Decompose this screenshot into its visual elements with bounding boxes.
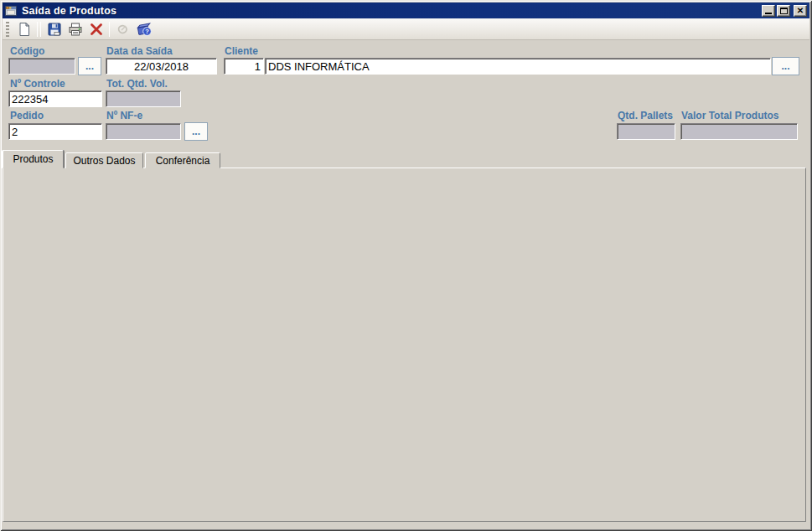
save-icon xyxy=(47,22,62,37)
help-icon: ? xyxy=(137,22,152,37)
n-controle-label: Nº Controle xyxy=(10,78,65,90)
attach-button-disabled xyxy=(113,20,132,39)
n-controle-input[interactable]: 222354 xyxy=(8,90,102,107)
delete-icon xyxy=(89,22,104,37)
new-document-icon xyxy=(17,22,32,37)
tab-outros-dados[interactable]: Outros Dados xyxy=(65,152,143,168)
toolbar-separator xyxy=(37,22,38,37)
help-button[interactable]: ? xyxy=(134,20,153,39)
new-record-button[interactable] xyxy=(14,20,34,39)
toolbar: ? xyxy=(3,18,809,40)
valor-total-produtos-input xyxy=(680,123,798,140)
codigo-label: Código xyxy=(10,45,44,57)
codigo-browse-button[interactable]: ... xyxy=(78,57,101,75)
print-button[interactable] xyxy=(65,20,85,39)
tab-panel-produtos xyxy=(3,168,806,522)
pedido-input[interactable]: 2 xyxy=(8,123,102,140)
window-title: Saída de Produtos xyxy=(22,5,760,17)
tot-qtd-vol-input xyxy=(106,90,181,107)
close-button[interactable]: ✕ xyxy=(794,5,807,17)
cliente-browse-button[interactable]: ... xyxy=(772,57,799,75)
tab-conferencia[interactable]: Conferência xyxy=(145,152,220,168)
n-nfe-label: Nº NF-e xyxy=(106,110,142,121)
cliente-label: Cliente xyxy=(225,45,258,57)
qtd-pallets-input xyxy=(617,123,675,140)
close-icon: ✕ xyxy=(797,7,804,15)
toolbar-separator xyxy=(40,22,41,37)
tab-produtos[interactable]: Produtos xyxy=(3,150,64,168)
app-form-icon xyxy=(5,5,18,17)
data-saida-input[interactable]: 22/03/2018 xyxy=(106,58,217,75)
nfe-browse-button[interactable]: ... xyxy=(184,122,208,141)
cliente-code-input[interactable]: 1 xyxy=(224,58,264,75)
save-button[interactable] xyxy=(44,20,64,39)
toolbar-grip[interactable] xyxy=(6,22,9,37)
delete-button[interactable] xyxy=(86,20,106,39)
toolbar-separator xyxy=(109,22,110,37)
titlebar[interactable]: Saída de Produtos ✕ xyxy=(3,3,809,18)
n-nfe-input xyxy=(106,123,181,140)
minimize-icon xyxy=(765,13,772,14)
qtd-pallets-label: Qtd. Pallets xyxy=(618,110,673,121)
codigo-input xyxy=(8,58,75,75)
svg-text:?: ? xyxy=(145,28,149,35)
tot-qtd-vol-label: Tot. Qtd. Vol. xyxy=(106,78,168,90)
data-saida-label: Data da Saída xyxy=(106,45,173,57)
minimize-button[interactable] xyxy=(762,5,775,17)
print-icon xyxy=(68,22,83,37)
cliente-name-input[interactable]: DDS INFORMÁTICA xyxy=(265,58,771,75)
valor-total-produtos-label: Valor Total Produtos xyxy=(681,110,778,121)
maximize-icon xyxy=(780,8,788,14)
window: Saída de Produtos ✕ xyxy=(0,0,812,531)
attach-disabled-icon xyxy=(116,22,131,37)
pedido-label: Pedido xyxy=(10,110,44,121)
maximize-button[interactable] xyxy=(777,5,790,17)
